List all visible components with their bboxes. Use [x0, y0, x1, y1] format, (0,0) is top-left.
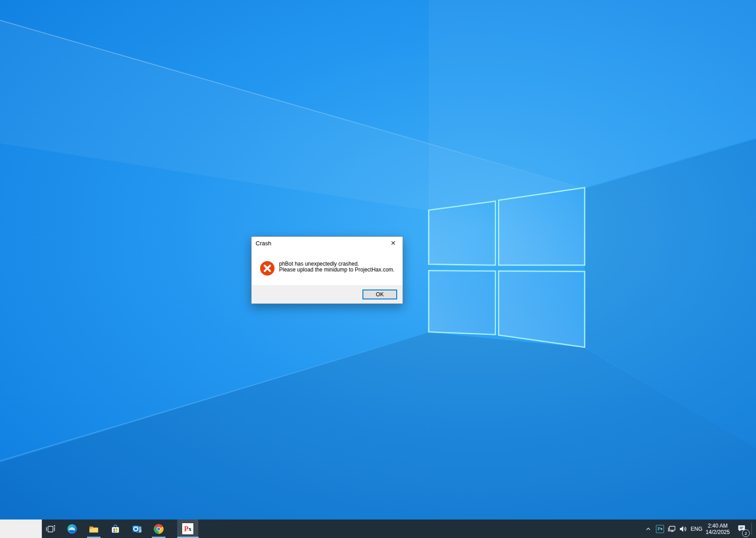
light-ray-upper — [0, 20, 584, 189]
clock-date: 14/2/2025 — [706, 529, 729, 535]
dialog-footer: OK — [252, 285, 403, 303]
phbot-icon: Px — [182, 523, 194, 535]
windows-logo-wallpaper — [424, 180, 591, 354]
taskbar-search-area[interactable] — [0, 520, 42, 538]
crash-message-line2: Please upload the minidump to ProjectHax… — [279, 267, 394, 273]
outlook-icon — [132, 524, 142, 534]
tray-network-button[interactable] — [665, 520, 678, 538]
taskbar-button-edge[interactable] — [61, 520, 83, 538]
taskbar-button-outlook[interactable] — [126, 520, 148, 538]
close-icon: ✕ — [390, 240, 396, 246]
dialog-titlebar[interactable]: Crash ✕ — [252, 237, 403, 249]
taskbar-button-file-explorer[interactable] — [83, 520, 105, 538]
tray-language-button[interactable]: ENG — [689, 520, 704, 538]
taskbar-button-chrome[interactable] — [148, 520, 170, 538]
dialog-title: Crash — [256, 240, 271, 247]
show-desktop-button[interactable] — [752, 520, 756, 538]
crash-dialog: Crash ✕ phBot has unexpectedly crashed. … — [251, 236, 403, 304]
notification-badge: 2 — [742, 529, 750, 537]
task-view-icon — [45, 524, 56, 534]
ok-button[interactable]: OK — [362, 290, 397, 299]
taskbar-button-task-view[interactable] — [40, 520, 61, 538]
close-button[interactable]: ✕ — [384, 237, 402, 249]
edge-icon — [67, 524, 78, 534]
taskbar-button-store[interactable] — [105, 520, 126, 538]
network-icon — [667, 524, 677, 534]
logo-pane-bottom-left — [429, 271, 495, 335]
clock-time: 2:40 AM — [708, 523, 728, 529]
light-ray-lower — [0, 332, 429, 461]
tray-phbot-button[interactable]: Px — [655, 520, 665, 538]
dialog-body: phBot has unexpectedly crashed. Please u… — [252, 249, 403, 285]
logo-pane-top-right — [499, 188, 585, 265]
chrome-icon — [153, 524, 164, 534]
taskbar-button-phbot[interactable]: Px — [177, 520, 198, 538]
chevron-up-icon — [645, 525, 652, 533]
volume-icon — [678, 524, 688, 534]
tray-chevron-button[interactable] — [642, 520, 655, 538]
tray-clock[interactable]: 2:40 AM 14/2/2025 — [703, 520, 732, 538]
file-explorer-icon — [88, 524, 99, 534]
action-center-button[interactable]: 2 — [733, 520, 750, 538]
tray-volume-button[interactable] — [677, 520, 689, 538]
error-icon — [260, 261, 275, 276]
phbot-tray-icon: Px — [656, 525, 664, 533]
logo-pane-top-left — [429, 201, 495, 265]
taskbar: Px Px ENG 2:40 AM 14/2/2025 — [0, 520, 756, 538]
logo-pane-bottom-right — [499, 271, 585, 347]
store-icon — [110, 524, 121, 534]
